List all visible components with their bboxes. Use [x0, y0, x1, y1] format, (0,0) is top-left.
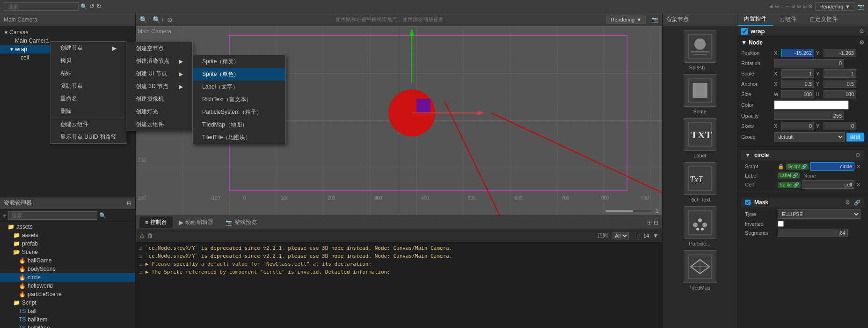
redo-icon[interactable]: ↻ — [96, 3, 102, 10]
render-node-splash[interactable]: Splash ... — [684, 30, 716, 70]
camera-icon[interactable]: 📷 — [857, 3, 864, 10]
render-node-particle[interactable]: Particle... — [684, 206, 716, 246]
context-menu-create-node[interactable]: 创建节点 ▶ 创建空节点 创建渲染节点 ▶ — [51, 42, 126, 54]
maximize-icon[interactable]: ⊡ — [654, 219, 658, 226]
rendering-button[interactable]: Rendering ▼ — [815, 2, 854, 11]
asset-item-ball[interactable]: TS ball — [0, 307, 135, 315]
context-menu-paste[interactable]: 粘贴 — [51, 67, 126, 80]
group-select[interactable]: default — [774, 132, 845, 142]
size-h-input[interactable] — [824, 90, 856, 98]
zoom-out-icon[interactable]: 🔍- — [139, 16, 150, 23]
submenu-create-ui[interactable]: 创建 UI 节点 ▶ — [126, 67, 192, 80]
mask-gear-icon[interactable]: ⚙ — [845, 199, 850, 206]
context-menu-copy[interactable]: 拷贝 — [51, 54, 126, 67]
rendering-mode-button[interactable]: Rendering ▼ — [606, 15, 646, 24]
submenu-create-render[interactable]: 创建渲染节点 ▶ Sprite（精灵） Sprite（单色） — [126, 55, 192, 67]
submenu-create-empty[interactable]: 创建空节点 — [126, 42, 192, 55]
size-w-input[interactable] — [781, 90, 814, 98]
asset-item-ballgame[interactable]: 🔥 ballGame — [0, 256, 135, 265]
render-node-richtext[interactable]: TxT Rich Text — [684, 162, 716, 202]
tab-animation[interactable]: ▶ 动画编辑器 — [174, 216, 219, 228]
opacity-input[interactable] — [774, 112, 844, 120]
skew-x-input[interactable] — [781, 122, 814, 130]
submenu-sprite-solid[interactable]: Sprite（单色） — [193, 68, 285, 81]
console-font-down[interactable]: ▼ — [653, 232, 658, 239]
submenu-create-camera[interactable]: 创建摄像机 — [126, 93, 192, 105]
group-edit-button[interactable]: 编辑 — [846, 133, 864, 142]
warning-icon[interactable]: ⚠ — [139, 232, 145, 239]
render-node-sprite[interactable]: Sprite — [684, 74, 716, 114]
console-filter-select[interactable]: All — [613, 232, 629, 239]
context-menu-show-uuid[interactable]: 显示节点 UUID 和路径 — [51, 131, 126, 143]
clear-icon[interactable]: 🗑 — [147, 232, 153, 239]
camera-toggle-icon[interactable]: 📷 — [651, 16, 658, 23]
asset-collapse-icon[interactable]: ⊟ — [127, 200, 131, 207]
mask-inverted-checkbox[interactable] — [778, 221, 784, 227]
node-gear-icon[interactable]: ⚙ — [859, 39, 864, 46]
asset-item-particlescene[interactable]: 🔥 particleScene — [0, 290, 135, 298]
asset-item-prefab[interactable]: 📁 prefab — [0, 239, 135, 248]
tab-preview[interactable]: 📷 游戏预览 — [220, 216, 263, 228]
skew-y-input[interactable] — [824, 122, 856, 130]
tab-builtin[interactable]: 内置控件 — [737, 13, 773, 26]
mask-type-select[interactable]: ELLIPSE — [778, 209, 861, 219]
tab-console[interactable]: ≡ 控制台 — [139, 216, 173, 228]
position-y-input[interactable] — [824, 49, 856, 57]
render-node-tiledmap[interactable]: TiledMap — [684, 250, 716, 291]
mask-segments-input[interactable] — [778, 229, 848, 237]
rotation-input[interactable] — [774, 59, 844, 67]
expand-icon[interactable]: ⊞ — [647, 219, 652, 226]
asset-item-script[interactable]: 📁 Script — [0, 298, 135, 307]
refresh-icon[interactable]: ↺ — [89, 3, 95, 10]
submenu-create-light[interactable]: 创建灯光 — [126, 105, 192, 118]
submenu-richtext[interactable]: RichText（富文本） — [193, 93, 285, 106]
anchor-x-input[interactable] — [781, 80, 814, 88]
mask-checkbox[interactable] — [745, 200, 751, 205]
asset-search-input[interactable] — [8, 211, 97, 220]
context-menu-duplicate[interactable]: 复制节点 — [51, 80, 126, 92]
position-x-input[interactable] — [781, 49, 814, 57]
wrap-gear-icon[interactable]: ⚙ — [859, 28, 864, 35]
asset-item-assets[interactable]: 📁 assets — [0, 223, 135, 231]
zoom-in-icon[interactable]: 🔍+ — [153, 16, 164, 23]
script-delete-icon[interactable]: ✕ — [856, 164, 861, 170]
render-node-label[interactable]: TXT Label — [684, 118, 716, 158]
tab-cloud[interactable]: 云组件 — [773, 14, 803, 25]
submenu-sprite-spirit[interactable]: Sprite（精灵） — [193, 55, 285, 68]
node-collapse-arrow[interactable]: ▼ — [741, 39, 747, 46]
cell-value-input[interactable] — [802, 180, 854, 189]
asset-item-scene[interactable]: 📂 Scene — [0, 248, 135, 256]
scale-x-input[interactable] — [781, 69, 814, 78]
submenu-create-cloud[interactable]: 创建云组件 — [126, 118, 192, 131]
asset-item-ballitem[interactable]: TS ballItem — [0, 315, 135, 324]
search-input[interactable] — [4, 2, 79, 11]
asset-item-bodyscene[interactable]: 🔥 bodyScene — [0, 265, 135, 273]
asset-search-icon[interactable]: 🔍 — [99, 212, 106, 219]
anchor-y-input[interactable] — [824, 80, 856, 88]
asset-item-assets-inner[interactable]: 📁 assets — [0, 231, 135, 239]
mask-chain-icon[interactable]: 🔗 — [854, 200, 861, 206]
asset-add-icon[interactable]: + — [3, 212, 7, 219]
cell-delete-icon[interactable]: ✕ — [856, 182, 861, 188]
circle-gear-icon[interactable]: ⚙ — [855, 152, 861, 158]
asset-item-ballwrap[interactable]: TS ballWrap — [0, 324, 135, 328]
context-menu-delete[interactable]: 删除 — [51, 105, 126, 118]
circle-collapse-arrow[interactable]: ▼ — [745, 152, 751, 158]
tree-item-canvas[interactable]: ▼ Canvas — [0, 28, 135, 37]
submenu-tiledtile[interactable]: TiledTile（地图块） — [193, 131, 285, 144]
context-menu-rename[interactable]: 重命名 — [51, 92, 126, 105]
submenu-tiledmap[interactable]: TiledMap（地图） — [193, 119, 285, 131]
submenu-particlesystem[interactable]: ParticleSystem（粒子） — [193, 106, 285, 119]
submenu-create-3d[interactable]: 创建 3D 节点 ▶ — [126, 80, 192, 93]
script-value-input[interactable] — [810, 162, 854, 171]
context-menu-cloud-component[interactable]: 创建云组件 — [51, 118, 126, 131]
asset-item-circle[interactable]: 🔥 circle — [0, 273, 135, 282]
color-swatch[interactable] — [774, 100, 849, 110]
asset-item-helloworld[interactable]: 🔥 helloworld — [0, 282, 135, 290]
scale-y-input[interactable] — [824, 69, 856, 78]
fit-icon[interactable]: ⊙ — [167, 16, 173, 23]
search-icon[interactable]: 🔍 — [80, 3, 88, 10]
submenu-label[interactable]: Label（文字） — [193, 81, 285, 93]
wrap-checkbox[interactable] — [741, 28, 748, 35]
tab-custom[interactable]: 自定义控件 — [803, 14, 844, 25]
